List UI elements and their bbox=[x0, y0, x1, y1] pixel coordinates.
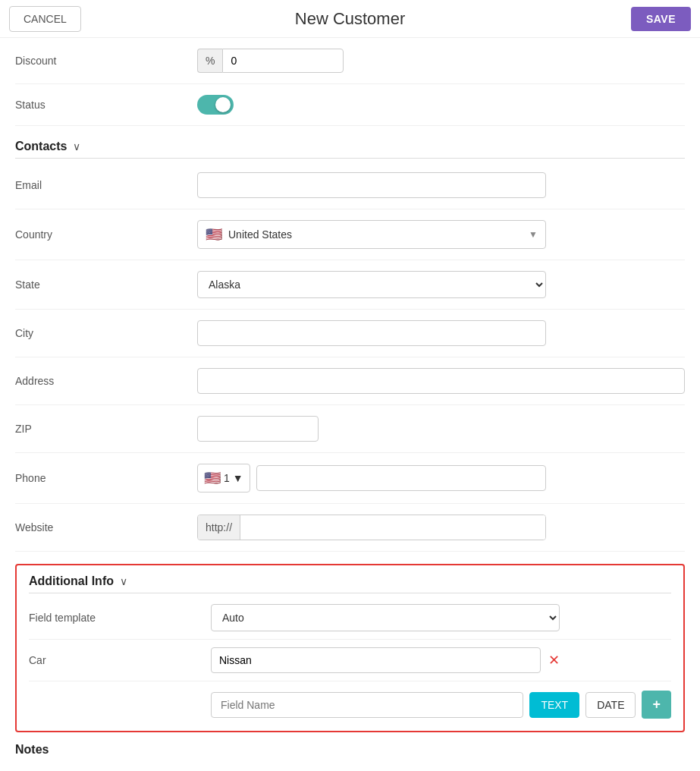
cancel-button[interactable]: CANCEL bbox=[9, 6, 81, 32]
email-control bbox=[197, 172, 546, 198]
city-control bbox=[197, 320, 546, 346]
status-row: Status bbox=[15, 84, 685, 126]
city-label: City bbox=[15, 327, 197, 339]
phone-country-flag: 🇺🇸 bbox=[204, 470, 221, 486]
phone-control: 🇺🇸 1 ▼ bbox=[197, 464, 546, 492]
notes-section-title: Notes bbox=[15, 743, 49, 757]
country-flag: 🇺🇸 bbox=[206, 226, 222, 243]
car-label: Car bbox=[29, 654, 211, 666]
country-label: Country bbox=[15, 228, 197, 241]
website-control: http:// bbox=[197, 515, 546, 540]
status-label: Status bbox=[15, 99, 197, 111]
additional-divider bbox=[29, 593, 671, 593]
status-toggle-container bbox=[197, 95, 546, 115]
car-control: ✕ bbox=[211, 647, 560, 673]
discount-input[interactable] bbox=[222, 49, 344, 73]
toggle-slider bbox=[197, 95, 234, 115]
website-input[interactable] bbox=[240, 515, 545, 540]
discount-control: % bbox=[197, 49, 546, 73]
additional-section-title: Additional Info bbox=[29, 574, 114, 588]
notes-section-header[interactable]: Notes bbox=[15, 732, 685, 760]
zip-label: ZIP bbox=[15, 423, 197, 435]
date-type-button[interactable]: DATE bbox=[585, 692, 636, 718]
status-toggle[interactable] bbox=[197, 95, 234, 115]
country-select[interactable]: 🇺🇸 United States ▼ bbox=[197, 220, 546, 249]
field-template-label: Field template bbox=[29, 612, 211, 624]
address-input[interactable] bbox=[197, 368, 685, 394]
add-field-button[interactable]: + bbox=[642, 691, 671, 719]
website-row: Website http:// bbox=[15, 504, 685, 552]
country-dropdown-arrow-icon: ▼ bbox=[529, 229, 538, 240]
state-select[interactable]: Alaska Alabama Arizona California bbox=[197, 271, 546, 298]
phone-dropdown-arrow-icon: ▼ bbox=[233, 472, 243, 484]
field-template-select[interactable]: Auto Custom bbox=[211, 604, 560, 631]
phone-country-code: 1 bbox=[224, 472, 230, 484]
email-input[interactable] bbox=[197, 172, 546, 198]
contacts-chevron-icon: ∨ bbox=[73, 140, 80, 153]
car-group: ✕ bbox=[211, 647, 560, 673]
country-left: 🇺🇸 United States bbox=[206, 226, 292, 243]
field-template-row: Field template Auto Custom bbox=[29, 596, 671, 640]
email-row: Email bbox=[15, 162, 685, 209]
state-label: State bbox=[15, 279, 197, 291]
status-control bbox=[197, 95, 546, 115]
zip-input[interactable] bbox=[197, 416, 319, 442]
phone-row: Phone 🇺🇸 1 ▼ bbox=[15, 453, 685, 504]
discount-group: % bbox=[197, 49, 546, 73]
additional-chevron-icon: ∨ bbox=[120, 575, 127, 587]
zip-row: ZIP bbox=[15, 405, 685, 453]
address-label: Address bbox=[15, 375, 197, 387]
header: CANCEL New Customer SAVE bbox=[0, 0, 700, 38]
contacts-divider bbox=[15, 158, 685, 159]
phone-country-select[interactable]: 🇺🇸 1 ▼ bbox=[197, 464, 250, 492]
address-control bbox=[197, 368, 685, 394]
address-row: Address bbox=[15, 357, 685, 405]
city-row: City bbox=[15, 310, 685, 357]
field-template-control: Auto Custom bbox=[211, 604, 560, 631]
field-name-input[interactable] bbox=[211, 692, 523, 718]
phone-number-input[interactable] bbox=[256, 465, 546, 491]
phone-group: 🇺🇸 1 ▼ bbox=[197, 464, 546, 492]
state-control: Alaska Alabama Arizona California bbox=[197, 271, 546, 298]
page-title: New Customer bbox=[295, 9, 405, 29]
form-content: Discount % Status Contacts ∨ Email bbox=[0, 38, 700, 771]
additional-info-section: Additional Info ∨ Field template Auto Cu… bbox=[15, 564, 685, 732]
delete-car-icon[interactable]: ✕ bbox=[548, 652, 560, 669]
city-input[interactable] bbox=[197, 320, 546, 346]
car-input[interactable] bbox=[211, 647, 541, 673]
http-prefix: http:// bbox=[198, 515, 240, 540]
state-row: State Alaska Alabama Arizona California bbox=[15, 260, 685, 310]
percent-badge: % bbox=[197, 49, 222, 73]
save-button[interactable]: SAVE bbox=[631, 7, 691, 31]
car-row: Car ✕ bbox=[29, 640, 671, 681]
website-group: http:// bbox=[197, 515, 546, 540]
country-control: 🇺🇸 United States ▼ bbox=[197, 220, 546, 249]
website-label: Website bbox=[15, 521, 197, 533]
zip-control bbox=[197, 416, 546, 442]
country-row: Country 🇺🇸 United States ▼ bbox=[15, 209, 685, 260]
phone-label: Phone bbox=[15, 472, 197, 484]
add-field-row: TEXT DATE + bbox=[29, 691, 671, 719]
text-type-button[interactable]: TEXT bbox=[529, 692, 579, 718]
additional-section-header[interactable]: Additional Info ∨ bbox=[29, 565, 671, 593]
discount-label: Discount bbox=[15, 55, 197, 67]
email-label: Email bbox=[15, 179, 197, 191]
contacts-section-title: Contacts bbox=[15, 140, 67, 153]
contacts-section-header[interactable]: Contacts ∨ bbox=[15, 126, 685, 158]
discount-row: Discount % bbox=[15, 38, 685, 84]
country-value: United States bbox=[228, 228, 292, 241]
